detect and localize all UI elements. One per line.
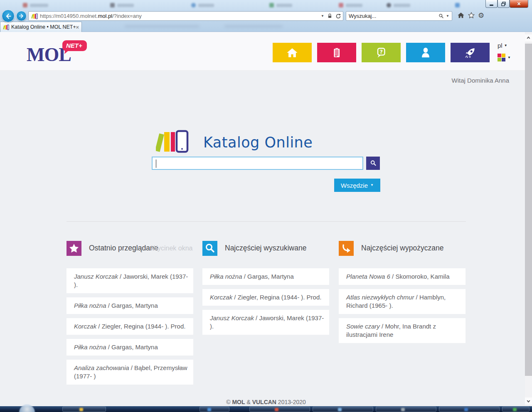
titlebar: × bbox=[0, 0, 532, 10]
search-icon[interactable] bbox=[438, 13, 444, 19]
item-author: Ziegler, Regina (1944- ). Prod. bbox=[238, 294, 322, 301]
list-item[interactable]: Janusz Korczak / Jaworski, Marek (1937- … bbox=[66, 268, 193, 293]
item-separator: / bbox=[242, 273, 248, 280]
home-icon[interactable] bbox=[457, 12, 465, 19]
mol-logo[interactable]: MOL NET+ bbox=[27, 40, 93, 67]
home-icon bbox=[286, 47, 298, 59]
list-item[interactable]: Janusz Korczak / Jaworski, Marek (1937- … bbox=[202, 310, 329, 335]
scrollbar-thumb[interactable] bbox=[525, 44, 532, 376]
blurred-icon bbox=[23, 3, 27, 7]
brand-mol: MOL bbox=[232, 399, 245, 405]
item-separator: / bbox=[106, 302, 112, 309]
catalog-search-input[interactable] bbox=[157, 158, 360, 168]
item-separator: / bbox=[232, 294, 238, 301]
taskbar-button[interactable] bbox=[62, 407, 106, 412]
tab-title: Katalog Online • MOL NET+ bbox=[11, 24, 76, 30]
window-controls: × bbox=[485, 0, 528, 8]
blurred-icon bbox=[387, 3, 391, 7]
item-list: Piłka nożna / Gargas, Martyna Korczak / … bbox=[202, 268, 329, 335]
list-item[interactable]: Korczak / Ziegler, Regina (1944- ). Prod… bbox=[66, 318, 193, 335]
item-list: Janusz Korczak / Jaworski, Marek (1937- … bbox=[66, 268, 193, 385]
item-title: Korczak bbox=[74, 323, 96, 330]
scroll-down-button[interactable] bbox=[525, 397, 532, 405]
blurred-text bbox=[346, 4, 362, 7]
address-bar[interactable]: https://m014950.molnet.mol.pl/?index=any… bbox=[28, 11, 343, 21]
item-title: Janusz Korczak bbox=[210, 314, 254, 321]
blurred-icon bbox=[110, 3, 115, 7]
search-scope-button[interactable]: Wszędzie ▼ bbox=[334, 179, 380, 192]
item-separator: / bbox=[96, 323, 102, 330]
favorites-star-icon[interactable] bbox=[468, 12, 475, 19]
app-icon bbox=[207, 408, 211, 411]
scroll-up-button[interactable] bbox=[525, 34, 532, 42]
taskbar-button[interactable] bbox=[376, 407, 436, 412]
list-item[interactable]: Piłka nożna / Gargas, Martyna bbox=[66, 339, 193, 356]
minimize-button[interactable] bbox=[485, 0, 498, 8]
list-item[interactable]: Analiza zachowania / Bąbel, Przemysław (… bbox=[66, 360, 193, 385]
list-item[interactable]: Atlas niezwykłych chmur / Hamblyn, Richa… bbox=[339, 289, 466, 314]
brand-vulcan: VULCAN bbox=[252, 399, 276, 405]
search-icon bbox=[369, 159, 377, 167]
taskbar-button[interactable] bbox=[249, 407, 310, 412]
browser-chrome: × https://m014950.molnet.mol.pl/?index=a… bbox=[0, 0, 532, 32]
help-tile-button[interactable]: ? bbox=[362, 43, 401, 62]
blurred-text bbox=[117, 4, 134, 7]
settings-gear-icon[interactable]: ⚙ bbox=[478, 12, 484, 19]
refresh-icon[interactable] bbox=[335, 13, 341, 19]
item-title: Atlas niezwykłych chmur bbox=[346, 294, 414, 301]
browser-search-box[interactable]: ▼ bbox=[346, 11, 452, 21]
account-tile-button[interactable] bbox=[406, 43, 445, 62]
books-logo-icon bbox=[156, 130, 190, 153]
list-item[interactable]: Piłka nożna / Gargas, Martyna bbox=[66, 297, 193, 314]
close-button[interactable]: × bbox=[510, 0, 528, 8]
catalog-search-button[interactable] bbox=[366, 157, 380, 170]
home-tile-button[interactable] bbox=[273, 43, 312, 62]
search-dropdown-icon[interactable]: ▼ bbox=[446, 15, 449, 18]
blurred-icon bbox=[339, 3, 343, 7]
taskbar-button[interactable] bbox=[200, 407, 229, 412]
navigation-bar: https://m014950.molnet.mol.pl/?index=any… bbox=[0, 10, 532, 22]
list-item[interactable]: Korczak / Ziegler, Regina (1944- ). Prod… bbox=[202, 289, 329, 306]
taskbar-button[interactable] bbox=[502, 407, 530, 412]
app-icon bbox=[275, 408, 278, 411]
start-tile-button[interactable] bbox=[451, 43, 490, 62]
text-caret bbox=[156, 159, 156, 168]
page-title: Katalog Online bbox=[203, 134, 313, 151]
list-item[interactable]: Planeta Nowa 6 / Skomoroko, Kamila bbox=[339, 268, 466, 285]
maximize-button[interactable] bbox=[498, 0, 510, 8]
item-title: Piłka nożna bbox=[210, 273, 242, 280]
user-icon bbox=[419, 47, 432, 59]
blurred-text bbox=[198, 4, 214, 7]
site-header: MOL NET+ bbox=[0, 32, 525, 71]
blurred-icon bbox=[455, 3, 460, 7]
list-item[interactable]: Piłka nożna / Gargas, Martyna bbox=[202, 268, 329, 285]
list-item[interactable]: Sowie czary / Mohr, Ina Brandt z ilustra… bbox=[339, 318, 466, 343]
user-greeting: Witaj Dominika Anna bbox=[452, 77, 509, 84]
section-header: Najczęściej wyszukiwane bbox=[202, 241, 329, 256]
rocket-icon bbox=[464, 47, 476, 59]
item-author: Gargas, Martyna bbox=[111, 343, 158, 351]
chevron-up-icon bbox=[526, 36, 531, 40]
section-header: Najczęściej wypożyczane bbox=[339, 241, 466, 256]
app-icon bbox=[338, 408, 342, 411]
tab-close-icon[interactable]: × bbox=[76, 24, 79, 30]
browser-search-input[interactable] bbox=[349, 13, 438, 19]
app-icon bbox=[401, 408, 405, 411]
taskbar-button[interactable] bbox=[439, 407, 500, 412]
blurred-content bbox=[125, 25, 200, 28]
item-title: Piłka nożna bbox=[74, 343, 106, 351]
item-list: Planeta Nowa 6 / Skomoroko, Kamila Atlas… bbox=[339, 268, 466, 343]
theme-picker[interactable]: ▼ bbox=[498, 54, 511, 61]
url-text: https://m014950.molnet.mol.pl/?index=any bbox=[40, 13, 321, 19]
url-dropdown-icon[interactable]: ▼ bbox=[321, 15, 324, 18]
back-button[interactable] bbox=[2, 10, 15, 22]
taskbar-button[interactable] bbox=[313, 407, 373, 412]
section-title: Ostatnio przeglądane bbox=[89, 244, 158, 253]
language-selector[interactable]: pl ▼ bbox=[498, 42, 507, 49]
loans-tile-button[interactable] bbox=[317, 43, 356, 62]
app-icon bbox=[513, 408, 517, 411]
start-button[interactable] bbox=[19, 405, 35, 412]
tab-katalog-online[interactable]: Katalog Online • MOL NET+ × bbox=[0, 22, 82, 32]
vertical-scrollbar[interactable] bbox=[525, 32, 532, 406]
forward-button[interactable] bbox=[16, 11, 27, 21]
